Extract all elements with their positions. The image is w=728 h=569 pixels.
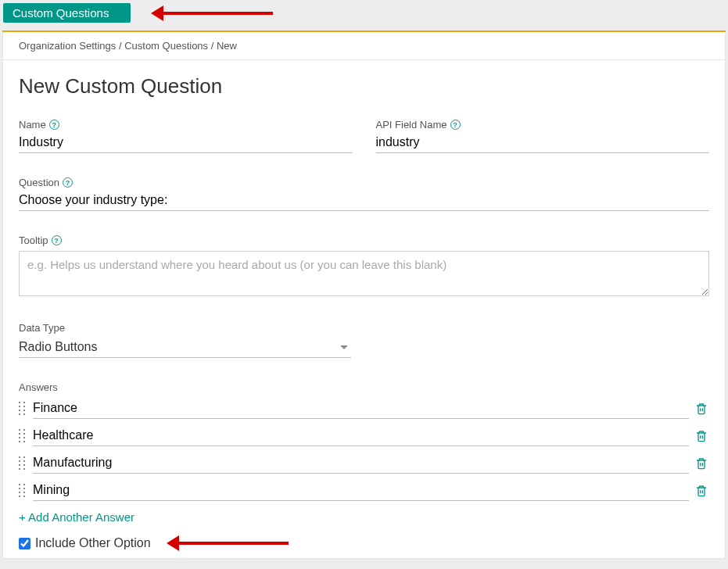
answer-row	[19, 425, 709, 446]
question-label: Question	[19, 177, 59, 188]
breadcrumb-custom-questions[interactable]: Custom Questions	[124, 40, 208, 52]
trash-icon	[695, 403, 708, 415]
breadcrumb: Organization Settings / Custom Questions…	[3, 32, 725, 60]
trash-icon	[695, 430, 708, 442]
datatype-value: Radio Buttons	[19, 340, 98, 354]
datatype-select[interactable]: Radio Buttons	[19, 337, 351, 358]
answer-row	[19, 480, 709, 501]
breadcrumb-current: New	[217, 40, 237, 52]
help-icon[interactable]: ?	[450, 120, 461, 130]
question-field-wrap: Question ?	[19, 177, 709, 211]
answer-input[interactable]	[33, 453, 689, 474]
drag-handle-icon[interactable]	[19, 428, 28, 444]
datatype-field-wrap: Data Type Radio Buttons	[19, 322, 709, 358]
answer-input[interactable]	[33, 425, 689, 446]
include-other-checkbox[interactable]	[19, 538, 30, 549]
drag-handle-icon[interactable]	[19, 483, 28, 499]
delete-answer-button[interactable]	[694, 483, 709, 499]
name-field-wrap: Name ?	[19, 119, 353, 153]
breadcrumb-sep: /	[211, 40, 217, 52]
drag-handle-icon[interactable]	[19, 456, 28, 471]
name-label: Name	[19, 119, 46, 131]
help-icon[interactable]: ?	[49, 120, 59, 130]
help-icon[interactable]: ?	[52, 235, 62, 245]
api-field-wrap: API Field Name ?	[376, 119, 710, 153]
answer-input[interactable]	[33, 398, 689, 419]
delete-answer-button[interactable]	[694, 428, 709, 444]
answer-row	[19, 453, 709, 474]
trash-icon	[695, 485, 708, 497]
annotation-arrow-top	[156, 12, 273, 15]
answer-input[interactable]	[33, 480, 689, 501]
answer-row	[19, 398, 709, 419]
tooltip-textarea[interactable]	[19, 251, 709, 296]
breadcrumb-org-settings[interactable]: Organization Settings	[19, 40, 116, 52]
tooltip-label: Tooltip	[19, 234, 48, 246]
answers-section: Answers + Add Another Answer Include Oth…	[19, 381, 709, 550]
delete-answer-button[interactable]	[694, 401, 709, 417]
api-input[interactable]	[376, 132, 710, 153]
chevron-down-icon	[340, 345, 348, 349]
main-panel: Organization Settings / Custom Questions…	[2, 32, 726, 559]
name-input[interactable]	[19, 132, 353, 153]
drag-handle-icon[interactable]	[19, 401, 28, 417]
include-other-row: Include Other Option	[19, 536, 709, 550]
page-title: New Custom Question	[19, 74, 709, 98]
datatype-label: Data Type	[19, 322, 65, 334]
annotation-arrow-bottom	[171, 542, 289, 545]
form-content: New Custom Question Name ? API Field Nam…	[3, 60, 725, 558]
tooltip-field-wrap: Tooltip ?	[19, 234, 709, 299]
answers-list	[19, 398, 709, 501]
api-label: API Field Name	[376, 119, 447, 131]
help-icon[interactable]: ?	[63, 177, 73, 188]
question-input[interactable]	[19, 190, 709, 211]
custom-questions-tab[interactable]: Custom Questions	[3, 3, 131, 23]
trash-icon	[695, 457, 708, 470]
include-other-label[interactable]: Include Other Option	[35, 536, 151, 550]
answers-label: Answers	[19, 381, 709, 393]
delete-answer-button[interactable]	[694, 456, 709, 471]
add-answer-button[interactable]: + Add Another Answer	[19, 510, 134, 524]
top-bar: Custom Questions	[0, 0, 728, 30]
